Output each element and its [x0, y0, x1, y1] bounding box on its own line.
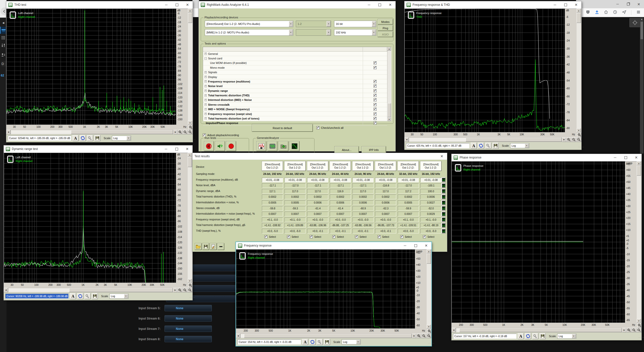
cursor-readout[interactable]: Cursor: 425 Hz, left = -0.01 dB, right =… — [406, 143, 469, 148]
maximize-button[interactable] — [620, 154, 631, 161]
report-button[interactable] — [210, 243, 217, 250]
scroll-thumb[interactable] — [387, 103, 391, 117]
sample-rate-select[interactable]: 192 kHz▼ — [334, 29, 376, 36]
recording-device-select[interactable]: [MME] In 1-2 (2- MOTU Pro Audio)▼ — [205, 29, 293, 36]
download-icon[interactable] — [595, 10, 599, 15]
checkbox-icon[interactable] — [332, 235, 335, 238]
zoom-reset-button[interactable] — [426, 334, 431, 338]
checkbox-icon[interactable] — [264, 235, 267, 238]
pocket-icon[interactable] — [586, 10, 590, 15]
playback-device-select[interactable]: [DirectSound] Out 1-2 (2- MOTU Pro Audio… — [205, 21, 293, 27]
checkbox-icon[interactable] — [374, 85, 377, 88]
resize-grip[interactable]: ··· ·· — [578, 146, 581, 149]
chevron-down-icon[interactable]: ▼ — [372, 30, 376, 35]
tests-list-item[interactable]: Mono mode — [203, 65, 387, 70]
save-button[interactable] — [92, 293, 98, 299]
bit-depth-select[interactable]: 16 bit▼ — [334, 21, 376, 27]
history-icon[interactable] — [613, 10, 617, 15]
tests-list-item[interactable]: +IMD + NOISE (Swept frequency) — [203, 107, 387, 112]
zoom-out-button[interactable] — [182, 288, 187, 292]
checkbox-icon[interactable] — [423, 235, 426, 238]
row-plot-button[interactable] — [441, 206, 446, 211]
ipp-info-button[interactable]: IPP Info — [362, 146, 386, 153]
scroll-right-icon[interactable]: ▶ — [622, 328, 626, 332]
expand-icon[interactable]: + — [205, 108, 207, 110]
close-button[interactable]: ✕ — [421, 242, 431, 249]
expand-icon[interactable]: + — [205, 76, 207, 78]
options-button[interactable] — [532, 333, 538, 339]
input-stream-select[interactable]: None — [165, 315, 212, 322]
select-checkbox[interactable]: Select — [423, 235, 434, 238]
checkbox-icon[interactable] — [374, 103, 377, 106]
scroll-thumb[interactable] — [577, 13, 581, 23]
tests-list-item[interactable]: +General — [203, 52, 387, 56]
scroll-up-icon[interactable]: ▲ — [188, 153, 192, 157]
scroll-thumb[interactable] — [640, 22, 643, 39]
zoom-out-button[interactable] — [183, 130, 188, 134]
scroll-left-icon[interactable]: ◀ — [6, 130, 11, 134]
checkbox-icon[interactable] — [378, 235, 381, 238]
tests-list-scrollbar[interactable]: ▲▼ — [387, 47, 391, 121]
options-button[interactable] — [317, 339, 323, 345]
zoom-in-button[interactable] — [566, 137, 571, 142]
refresh-button[interactable] — [309, 339, 315, 345]
expand-icon[interactable]: + — [205, 85, 207, 87]
plot-titlebar[interactable]: THD test✕ — [6, 1, 193, 9]
send-tab-icon[interactable] — [622, 10, 626, 15]
scroll-up-icon[interactable]: ▲ — [640, 18, 643, 21]
chevron-down-icon[interactable]: ▼ — [124, 294, 128, 298]
zoom-reset-button[interactable] — [636, 328, 641, 332]
scale-select[interactable]: Log▼ — [557, 334, 576, 339]
row-plot-button[interactable] — [441, 211, 446, 216]
checkbox-icon[interactable] — [374, 89, 377, 92]
tests-options-list[interactable]: +General-Sound cardUse WDM drivers (if p… — [203, 47, 391, 121]
cursor-readout[interactable]: Cursor: 90208 Hz, left = -189.98 dB, rig… — [5, 294, 69, 299]
checkbox-icon[interactable] — [374, 98, 377, 101]
home-icon[interactable] — [604, 10, 608, 15]
zoom-in-button[interactable] — [577, 132, 581, 137]
row-plot-button[interactable] — [441, 177, 446, 182]
remove-column-button[interactable] — [218, 243, 224, 250]
save-button[interactable] — [540, 333, 546, 339]
checkbox-icon[interactable] — [374, 61, 377, 64]
scroll-right-icon[interactable]: ▶ — [562, 137, 566, 142]
tests-list-item[interactable]: +Total harmonic distortion (THD) — [203, 93, 387, 98]
tests-list-item[interactable]: +Frequency response (swept sine) — [203, 112, 387, 116]
zoom-in-button[interactable] — [177, 288, 182, 292]
minimize-button[interactable] — [364, 1, 374, 8]
h-scroll-track[interactable] — [8, 288, 173, 292]
minimize-button[interactable] — [400, 242, 410, 249]
modes-button[interactable]: Modes — [378, 19, 393, 24]
users-icon[interactable] — [0, 51, 7, 58]
checkbox-icon[interactable] — [374, 94, 377, 97]
scroll-down-icon[interactable]: ▼ — [387, 118, 391, 121]
expand-icon[interactable]: + — [205, 94, 207, 97]
about-button[interactable]: About... — [335, 146, 359, 153]
scroll-left-icon[interactable]: ◀ — [4, 288, 8, 292]
v-scrollbar[interactable]: ▲▼ — [427, 249, 431, 329]
refresh-button[interactable] — [77, 293, 83, 299]
select-checkbox[interactable]: Select — [332, 235, 344, 238]
row-plot-button[interactable] — [441, 194, 446, 199]
open-file-button[interactable] — [195, 243, 202, 250]
expand-icon[interactable]: + — [205, 90, 207, 92]
font-button[interactable]: A — [518, 333, 524, 339]
refresh-button[interactable] — [525, 333, 531, 339]
zoom-in-button[interactable] — [188, 125, 193, 130]
expand-icon[interactable]: + — [205, 103, 207, 106]
zoom-in-button[interactable] — [637, 323, 641, 328]
grid-icon[interactable] — [0, 34, 7, 41]
minimize-button[interactable] — [161, 1, 172, 8]
cursor-readout[interactable]: Cursor: 154 Hz, left = -5.01 dB, right =… — [237, 339, 301, 344]
zoom-reset-button[interactable] — [187, 288, 192, 292]
refresh-button[interactable] — [478, 143, 484, 149]
scroll-down-icon[interactable]: ▼ — [188, 279, 192, 283]
zoom-in-button[interactable] — [188, 283, 192, 288]
h-scroll-track[interactable] — [11, 130, 173, 134]
device-icon[interactable] — [0, 27, 7, 34]
select-checkbox[interactable]: Select — [264, 235, 276, 238]
input-stream-select[interactable]: None — [165, 336, 212, 342]
h-scroll-track[interactable] — [409, 137, 562, 142]
tests-list-item[interactable]: +Noise level — [203, 84, 387, 89]
save-button[interactable] — [493, 143, 499, 149]
